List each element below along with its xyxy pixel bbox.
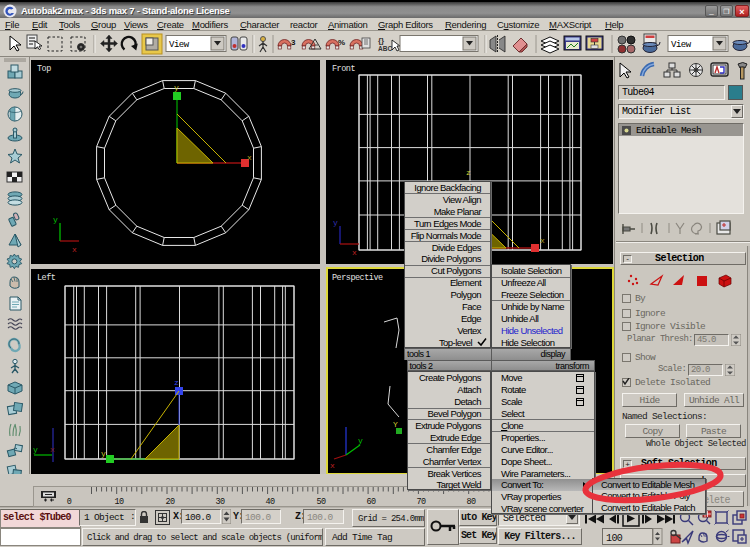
svg-text:Perspective: Perspective bbox=[332, 273, 383, 283]
svg-text:Y: Y bbox=[393, 420, 398, 429]
svg-text:x: x bbox=[50, 445, 55, 454]
svg-text:3: 3 bbox=[291, 38, 296, 47]
svg-text:10: 10 bbox=[114, 497, 124, 507]
svg-text:x: x bbox=[330, 461, 335, 470]
svg-text:Left: Left bbox=[37, 273, 56, 283]
svg-text:y: y bbox=[53, 215, 58, 224]
svg-text:y: y bbox=[174, 83, 179, 92]
svg-text:Front: Front bbox=[332, 64, 355, 74]
svg-text:0: 0 bbox=[67, 497, 72, 507]
svg-text:50: 50 bbox=[316, 497, 326, 507]
svg-text:y: y bbox=[101, 449, 106, 458]
svg-text:x: x bbox=[72, 245, 77, 254]
svg-text:100: 100 bbox=[606, 533, 623, 544]
svg-text:%: % bbox=[338, 38, 345, 47]
svg-text:x: x bbox=[247, 153, 252, 162]
svg-text:z: z bbox=[466, 168, 471, 177]
svg-text:30: 30 bbox=[215, 497, 225, 507]
svg-text:x: x bbox=[540, 236, 545, 245]
svg-text:y: y bbox=[358, 436, 363, 445]
svg-text:y: y bbox=[33, 445, 38, 454]
svg-text:40: 40 bbox=[265, 497, 275, 507]
svg-text:Top: Top bbox=[37, 64, 51, 74]
svg-text:80: 80 bbox=[466, 497, 476, 507]
svg-text:x: x bbox=[352, 248, 357, 257]
svg-text:View: View bbox=[671, 40, 692, 50]
svg-text:20: 20 bbox=[165, 497, 175, 507]
svg-text:View: View bbox=[169, 40, 190, 50]
svg-text:60: 60 bbox=[366, 497, 376, 507]
svg-text:y: y bbox=[333, 218, 338, 227]
svg-text:ABC: ABC bbox=[378, 45, 392, 52]
svg-text:70: 70 bbox=[416, 497, 426, 507]
svg-text:{}: {} bbox=[378, 36, 384, 45]
svg-text:z: z bbox=[174, 378, 179, 387]
